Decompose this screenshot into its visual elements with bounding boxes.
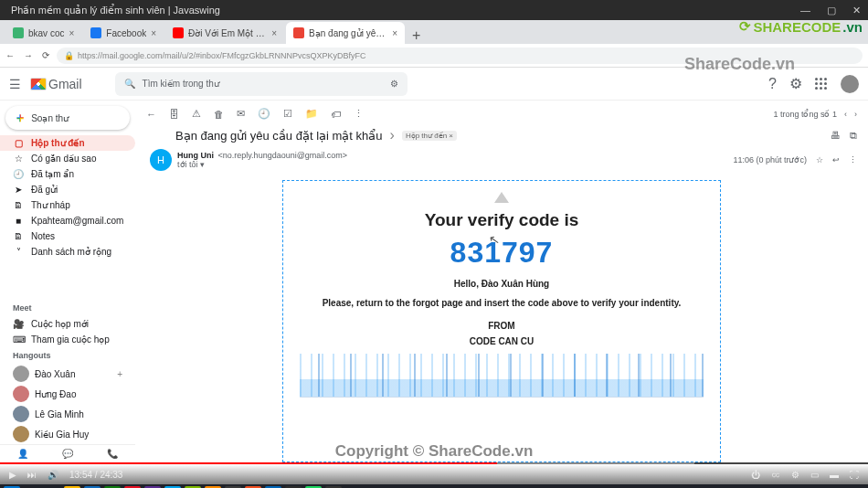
browser-tab[interactable]: bkav coc × xyxy=(5,22,81,44)
nav-starred[interactable]: ☆Có gắn dấu sao xyxy=(0,151,135,166)
hangout-tabs: 👤 💬 📞 xyxy=(0,444,135,462)
nav-sent[interactable]: ➤Đã gửi xyxy=(0,182,135,197)
contact-name: Kiều Gia Huy xyxy=(35,430,89,440)
forward-icon[interactable]: → xyxy=(24,50,33,60)
meet-label: Cuộc họp mới xyxy=(31,319,89,329)
sender-name: Hung Uni xyxy=(177,151,214,160)
meet-new[interactable]: 🎥Cuộc họp mới xyxy=(0,316,135,332)
browser-tab[interactable]: Facebook × xyxy=(83,22,164,44)
snooze-icon[interactable]: 🕘 xyxy=(258,108,270,120)
verify-from-label: FROM xyxy=(300,321,704,331)
compose-button[interactable]: + Soạn thư xyxy=(5,106,130,130)
maximize-icon[interactable]: ▢ xyxy=(827,5,836,16)
tab-close-icon[interactable]: × xyxy=(271,28,277,38)
browser-tab-active[interactable]: Bạn đang gửi yêu cầu đặt lạ… × xyxy=(286,22,405,44)
search-input[interactable]: 🔍 Tìm kiếm trong thư ⚙ xyxy=(115,72,408,96)
favicon-icon xyxy=(13,27,24,38)
captions-icon[interactable]: ㏄ xyxy=(771,468,780,481)
hangout-contact[interactable]: Lê Gia Minh xyxy=(0,404,135,424)
hangout-contact[interactable]: Hưng Đao xyxy=(0,384,135,404)
nav-label: Hộp thư đến xyxy=(31,138,85,148)
reply-icon[interactable]: ↩ xyxy=(832,155,840,164)
tab-close-icon[interactable]: × xyxy=(392,28,397,38)
nav-label: Có gắn dấu sao xyxy=(31,154,97,164)
gmail-app: ☰ Gmail 🔍 Tìm kiếm trong thư ⚙ ? ⚙ + Soạ… xyxy=(0,68,868,462)
recipient-dropdown[interactable]: tới tôi ▾ xyxy=(177,160,347,169)
settings-icon[interactable]: ⚙ xyxy=(791,470,799,480)
menu-icon[interactable]: ☰ xyxy=(9,77,21,91)
nav-label: Thư nháp xyxy=(31,200,70,210)
search-icon: 🔍 xyxy=(124,79,135,89)
verify-card: Your verify code is 831797 Hello, Đào Xu… xyxy=(282,180,721,462)
play-button[interactable]: ▶ xyxy=(9,470,16,480)
message-time: 11:06 (0 phút trước) xyxy=(733,155,807,164)
cursor-icon: ↖ xyxy=(488,231,502,248)
volume-icon[interactable]: 🔊 xyxy=(48,470,58,480)
meet-join[interactable]: ⌨Tham gia cuộc họp xyxy=(0,332,135,347)
tab-close-icon[interactable]: × xyxy=(69,28,74,38)
report-spam-icon[interactable]: ⚠ xyxy=(192,108,201,120)
contact-avatar-icon xyxy=(13,386,29,402)
reload-icon[interactable]: ⟳ xyxy=(42,50,49,60)
nav-label: Đã gửi xyxy=(31,185,58,195)
move-to-icon[interactable]: 📁 xyxy=(305,108,318,120)
hangout-chat-icon[interactable]: 💬 xyxy=(62,449,73,459)
apps-grid-icon[interactable] xyxy=(815,78,828,90)
hangout-contact[interactable]: Kiều Gia Huy xyxy=(0,424,135,444)
archive-icon[interactable]: 🗄 xyxy=(169,109,179,120)
nav-snoozed[interactable]: 🕘Đã tạm ẩn xyxy=(0,166,135,182)
sharecode-brand: SHARECODE xyxy=(753,19,841,35)
theater-icon[interactable]: ▬ xyxy=(830,470,839,480)
email-body: Your verify code is 831797 Hello, Đào Xu… xyxy=(146,173,857,462)
add-to-tasks-icon[interactable]: ☑ xyxy=(283,108,292,120)
autoplay-toggle[interactable]: ⏻ xyxy=(751,470,760,480)
keyboard-icon: ⌨ xyxy=(13,334,24,345)
help-icon[interactable]: ? xyxy=(768,76,777,92)
favicon-icon xyxy=(90,27,101,38)
search-options-icon[interactable]: ⚙ xyxy=(390,79,398,89)
mark-unread-icon[interactable]: ✉ xyxy=(237,108,245,120)
add-contact-icon[interactable]: + xyxy=(117,369,122,379)
nav-label-kpah[interactable]: ■Kpahteam@gmail.com xyxy=(0,213,135,228)
open-new-window-icon[interactable]: ⧉ xyxy=(850,130,857,142)
window-controls[interactable]: — ▢ ✕ xyxy=(797,5,861,16)
delete-icon[interactable]: 🗑 xyxy=(214,109,224,120)
miniplayer-icon[interactable]: ▭ xyxy=(810,470,819,480)
nav-more[interactable]: ˅Danh sách mở rộng xyxy=(0,244,135,260)
sharecode-logo: ⟳ SHARECODE.vn xyxy=(739,18,863,35)
star-icon[interactable]: ☆ xyxy=(816,155,823,164)
back-button[interactable]: ← xyxy=(146,109,156,120)
compose-label: Soạn thư xyxy=(31,113,69,123)
more-actions-icon[interactable]: ⋮ xyxy=(849,155,857,164)
fullscreen-icon[interactable]: ⛶ xyxy=(850,470,859,480)
more-icon[interactable]: ⋮ xyxy=(354,108,364,120)
nav-drafts[interactable]: 🗎Thư nháp xyxy=(0,197,135,213)
hangout-phone-icon[interactable]: 📞 xyxy=(107,449,118,459)
nav-inbox[interactable]: ▢Hộp thư đến xyxy=(0,135,135,151)
prev-message-icon[interactable]: ‹ xyxy=(844,110,847,119)
tab-close-icon[interactable]: × xyxy=(151,28,156,38)
video-controls: ▶ ⏭ 🔊 13:54 / 24:33 ⏻ ㏄ ⚙ ▭ ▬ ⛶ xyxy=(0,464,868,484)
hangout-contacts-icon[interactable]: 👤 xyxy=(17,449,28,459)
labels-icon[interactable]: 🏷 xyxy=(331,109,341,120)
new-tab-button[interactable]: + xyxy=(407,27,426,44)
next-message-icon[interactable]: › xyxy=(854,110,857,119)
verify-from-value: CODE CAN CU xyxy=(300,336,704,346)
hangout-contact[interactable]: Đào Xuân+ xyxy=(0,364,135,384)
settings-icon[interactable]: ⚙ xyxy=(789,75,802,92)
next-button[interactable]: ⏭ xyxy=(27,470,37,480)
inbox-chip[interactable]: Hộp thư đến × xyxy=(402,131,457,141)
account-avatar[interactable] xyxy=(841,75,859,93)
nav-label-notes[interactable]: 🗎Notes xyxy=(0,228,135,244)
browser-tab[interactable]: Đời Với Em Một Lời Trư… × xyxy=(165,22,284,44)
minimize-icon[interactable]: — xyxy=(800,5,810,16)
clock-icon: 🕘 xyxy=(13,169,24,179)
gmail-brand-text: Gmail xyxy=(48,77,82,91)
gmail-logo[interactable]: Gmail xyxy=(30,77,82,91)
chevron-down-icon: ˅ xyxy=(13,247,24,257)
window-title-bar: Phần mềm quản lý điểm sinh viên | Javasw… xyxy=(0,0,868,20)
label-icon: 🗎 xyxy=(13,231,24,241)
print-icon[interactable]: 🖶 xyxy=(831,130,841,142)
close-icon[interactable]: ✕ xyxy=(852,5,861,16)
back-icon[interactable]: ← xyxy=(5,50,15,60)
